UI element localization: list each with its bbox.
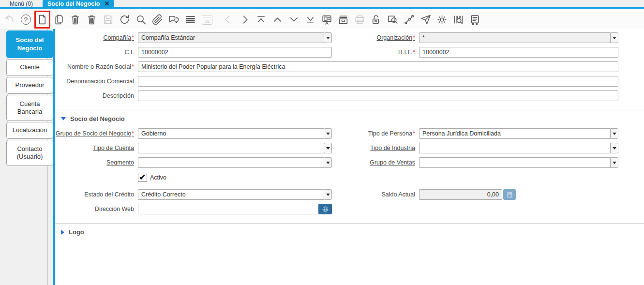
saldo-actual-label: Saldo Actual	[336, 191, 415, 198]
sidebar-tab-proveedor[interactable]: Proveedor	[6, 77, 53, 94]
record-access-lock-icon[interactable]	[370, 12, 383, 28]
segmento-input[interactable]	[138, 157, 324, 168]
required-marker: *	[413, 34, 415, 41]
close-icon[interactable]: ✕	[104, 0, 109, 7]
nombre-razon-social-input[interactable]	[138, 61, 618, 72]
delete-record-icon[interactable]	[69, 12, 82, 28]
tipo-industria-label[interactable]: Tipo de Industria	[336, 145, 415, 151]
tipo-industria-dropdown-icon[interactable]	[610, 143, 618, 153]
globe-button[interactable]	[318, 204, 332, 214]
organizacion-dropdown-icon[interactable]	[610, 32, 618, 43]
tab-strip: Socio del Negocio Cliente Proveedor Cuen…	[0, 29, 53, 285]
grupo-socio-combo	[138, 128, 332, 139]
copy-record-icon[interactable]	[52, 12, 65, 28]
denominacion-comercial-input[interactable]	[138, 76, 618, 87]
grupo-socio-dropdown-icon[interactable]	[324, 128, 332, 139]
tab-socio-del-negocio[interactable]: Socio del Negocio ✕	[43, 0, 114, 7]
report-view-icon[interactable]	[320, 12, 333, 28]
tipo-cuenta-dropdown-icon[interactable]	[324, 143, 332, 153]
estado-credito-combo	[138, 189, 332, 200]
sidebar-tab-localizacion[interactable]: Localización	[6, 122, 53, 139]
grupo-ventas-combo	[419, 157, 618, 168]
calculator-button[interactable]	[503, 189, 516, 200]
organizacion-input[interactable]	[419, 32, 611, 43]
compania-dropdown-icon[interactable]	[324, 32, 332, 43]
product-info-icon[interactable]	[452, 12, 465, 28]
segmento-label[interactable]: Segmento	[55, 159, 134, 166]
section-logo-title: Logo	[69, 228, 84, 236]
tipo-cuenta-label[interactable]: Tipo de Cuenta	[55, 145, 134, 151]
grupo-ventas-input[interactable]	[419, 157, 611, 168]
nombre-razon-social-label: Nombre o Razón Social*	[55, 63, 134, 70]
segmento-combo	[138, 157, 332, 168]
estado-credito-input[interactable]	[138, 189, 324, 200]
required-marker: *	[413, 49, 415, 56]
grid-toggle-icon[interactable]	[184, 12, 197, 28]
report-icon[interactable]	[468, 12, 481, 28]
denominacion-comercial-label: Denominación Comercial	[55, 78, 134, 85]
next-record-icon[interactable]	[238, 12, 251, 28]
sidebar-tab-socio-del-negocio[interactable]: Socio del Negocio	[6, 30, 53, 58]
organizacion-label[interactable]: Organización*	[336, 34, 415, 41]
tipo-persona-dropdown-icon[interactable]	[610, 128, 618, 139]
required-marker: *	[132, 34, 134, 41]
refresh-icon[interactable]	[118, 12, 131, 28]
zoom-across-icon[interactable]	[386, 12, 399, 28]
ci-input[interactable]	[138, 47, 332, 58]
delete-selection-icon[interactable]	[85, 12, 98, 28]
application-window: Menú (0) Socio del Negocio ✕ ?	[0, 0, 644, 285]
grupo-socio-input[interactable]	[138, 128, 324, 139]
sidebar-tab-cuenta-bancaria[interactable]: Cuenta Bancaria	[6, 95, 53, 121]
sidebar-tab-cliente[interactable]: Cliente	[6, 59, 53, 76]
compania-input[interactable]	[138, 32, 324, 43]
send-mail-icon[interactable]	[419, 12, 432, 28]
workflow-icon[interactable]	[403, 12, 416, 28]
undo-icon	[3, 12, 16, 28]
help-glyph: ?	[21, 15, 31, 25]
grupo-ventas-label[interactable]: Grupo de Ventas	[336, 159, 415, 166]
tipo-persona-combo	[419, 128, 618, 139]
attachment-icon[interactable]	[151, 12, 164, 28]
sidebar-tab-contacto-usuario[interactable]: Contacto (Usuario)	[6, 140, 53, 166]
tipo-industria-input[interactable]	[419, 143, 611, 153]
descripcion-input[interactable]	[138, 90, 618, 101]
save-icon	[102, 12, 115, 28]
detail-record-icon[interactable]	[287, 12, 300, 28]
first-record-icon[interactable]	[255, 12, 268, 28]
section-socio-del-negocio[interactable]: Socio del Negocio	[55, 110, 644, 128]
activo-checkbox[interactable]: ✔	[138, 173, 147, 182]
last-record-icon[interactable]	[304, 12, 317, 28]
tipo-persona-input[interactable]	[419, 128, 611, 139]
estado-credito-dropdown-icon[interactable]	[324, 189, 332, 200]
find-icon[interactable]	[135, 12, 148, 28]
activo-label: Activo	[150, 174, 166, 181]
grupo-socio-label[interactable]: Grupo de Socio del Negocio*	[55, 130, 134, 137]
new-record-icon[interactable]	[36, 12, 49, 28]
help-icon[interactable]: ?	[19, 12, 32, 28]
segmento-dropdown-icon[interactable]	[324, 157, 332, 168]
required-marker: *	[413, 130, 415, 137]
preferences-gear-icon[interactable]	[435, 12, 449, 28]
calendar-day: 31	[202, 15, 212, 25]
chat-icon[interactable]	[167, 12, 180, 28]
tipo-cuenta-combo	[138, 143, 332, 153]
check-icon: ✔	[139, 173, 146, 182]
section-logo[interactable]: Logo	[55, 223, 644, 241]
grupo-ventas-dropdown-icon[interactable]	[610, 157, 618, 168]
direccion-web-input[interactable]	[138, 204, 319, 214]
tab-menu[interactable]: Menú (0)	[0, 0, 43, 7]
rif-label: R.I.F.*	[336, 49, 415, 56]
rif-input[interactable]	[419, 47, 618, 58]
compania-label[interactable]: Compañía*	[55, 34, 134, 41]
saldo-actual-field	[419, 189, 516, 200]
saldo-actual-input[interactable]	[419, 189, 502, 200]
section-expanded-icon	[61, 117, 66, 120]
descripcion-label: Descripción	[55, 92, 134, 99]
form-content: Compañía* Organización* C.I. R.I.F.* Nom…	[55, 29, 644, 285]
archive-icon[interactable]	[337, 12, 350, 28]
direccion-web-label: Dirección Web	[55, 206, 134, 212]
parent-record-icon[interactable]	[271, 12, 284, 28]
tipo-cuenta-input[interactable]	[138, 143, 324, 153]
section-collapsed-icon	[61, 230, 64, 235]
required-marker: *	[132, 130, 134, 137]
